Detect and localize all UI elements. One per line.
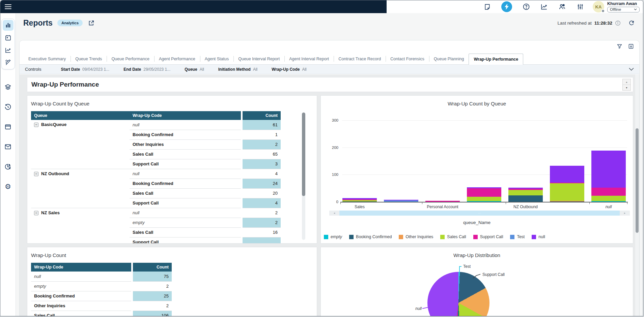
info-icon[interactable] <box>615 20 621 26</box>
queue-group-cell: −NZ Sales <box>31 208 130 243</box>
top-bar: KA Khurram Awan Offline <box>0 0 643 13</box>
tab-executive-summary[interactable]: Executive Summary <box>24 54 71 64</box>
hamburger-menu-icon[interactable] <box>5 4 11 9</box>
filter-icon[interactable] <box>617 43 622 49</box>
sidebar-item-mail[interactable] <box>3 141 13 152</box>
tab-contract-trace-record[interactable]: Contract Trace Record <box>334 54 386 64</box>
count-cell: 16 <box>243 227 281 237</box>
column-header-count[interactable]: Count <box>243 111 281 120</box>
refresh-icon[interactable] <box>628 20 635 26</box>
collapse-icon[interactable]: − <box>34 123 38 127</box>
tab-queue-interval-report[interactable]: Queue Interval Report <box>233 54 284 64</box>
column-header-wrapup-code[interactable]: Wrap-Up Code <box>31 263 131 272</box>
wrapup-code-cell: null <box>130 169 241 179</box>
wrapup-code-cell: null <box>130 120 241 130</box>
avatar[interactable]: KA <box>593 1 604 12</box>
scroll-left-icon[interactable]: ◂ <box>329 211 339 216</box>
column-header-queue[interactable]: Queue <box>31 111 130 120</box>
legend-item-support-call[interactable]: Support Call <box>473 234 503 239</box>
tab-agent-interval-report[interactable]: Agent Interval Report <box>284 54 334 64</box>
wrapup-code-cell: Sales Call <box>130 149 241 159</box>
sidebar-item-reports[interactable] <box>3 20 13 31</box>
tab-agent-status[interactable]: Agent Status <box>200 54 234 64</box>
wrapup-code-cell: Support Call <box>130 198 241 208</box>
sidebar-item-flows[interactable] <box>3 82 13 92</box>
help-icon[interactable] <box>523 3 530 10</box>
scroll-right-icon[interactable]: ▸ <box>620 211 630 216</box>
stacked-bar[interactable] <box>591 151 626 202</box>
stacked-bar[interactable] <box>508 188 543 202</box>
sidebar-item-schedule[interactable] <box>3 32 13 43</box>
tab-queue-trends[interactable]: Queue Trends <box>71 54 107 64</box>
x-axis-label: NZ Outbound <box>497 204 554 209</box>
legend-item-sales-call[interactable]: Sales Call <box>440 234 466 239</box>
sidebar-item-history[interactable] <box>3 101 13 112</box>
filter-queue[interactable]: QueueAll <box>185 67 204 72</box>
legend-item-empty[interactable]: empty <box>324 234 342 239</box>
count-cell: 65 <box>243 149 281 159</box>
user-name: Khurram Awan <box>607 1 640 6</box>
status-dropdown[interactable]: Offline <box>607 7 640 12</box>
filter-end-date[interactable]: End Date29/05/2023 1... <box>123 67 170 72</box>
bar-segment-sales-call[interactable] <box>508 190 543 195</box>
sidebar-item-sessions[interactable] <box>3 161 13 172</box>
legend-item-other-inquiries[interactable]: Other Inquiries <box>399 234 433 239</box>
settings-sliders-icon[interactable] <box>577 3 584 10</box>
dashboard-scrollbar-thumb[interactable] <box>636 128 639 233</box>
bar-segment-support-call[interactable] <box>467 188 501 197</box>
metrics-icon[interactable] <box>540 3 548 10</box>
tab-queue-planning[interactable]: Queue Planning <box>429 54 469 64</box>
wrapup-code-cell: null <box>130 208 241 218</box>
stacked-bar[interactable] <box>550 166 584 202</box>
sidebar-item-metrics[interactable] <box>3 45 13 56</box>
bar-segment-support-call[interactable] <box>591 188 626 196</box>
collapse-icon[interactable]: − <box>34 172 38 176</box>
sheet-scroll-spinner: ▲ ▼ <box>622 79 631 91</box>
bar-segment-null[interactable] <box>550 166 584 183</box>
filter-wrap-up-code[interactable]: Wrap-Up CodeAll <box>272 67 306 72</box>
column-header-wrapup-code[interactable]: Wrap-Up Code <box>130 111 241 120</box>
chart-horizontal-scrollbar: ◂ ⋯ ▸ <box>329 211 630 216</box>
filter-start-date[interactable]: Start Date09/04/2023 1... <box>61 67 109 72</box>
legend-item-null[interactable]: null <box>532 234 545 239</box>
tab-contact-forensics[interactable]: Contact Forensics <box>386 54 429 64</box>
scrollbar-rail[interactable]: ⋯ <box>339 211 620 216</box>
stacked-bar[interactable] <box>467 187 501 202</box>
tab-agent-performance[interactable]: Agent Performance <box>154 54 200 64</box>
sidebar-item-settings[interactable]: ⚙ <box>3 181 13 192</box>
bar-segment-null[interactable] <box>591 151 626 188</box>
bar-segment-booking-confirmed[interactable] <box>508 195 543 202</box>
scroll-up-icon[interactable]: ▲ <box>623 79 631 85</box>
pie-chart[interactable] <box>427 272 489 316</box>
count-cell: 20 <box>243 188 281 198</box>
stacked-bar[interactable] <box>342 198 377 202</box>
agents-icon[interactable] <box>558 3 566 10</box>
export-icon[interactable] <box>628 43 634 49</box>
pivot-table: Queue Wrap-Up Code Count −BasicQueuenull… <box>31 111 281 243</box>
controls-label: Controls <box>25 67 41 72</box>
count-cell: 25 <box>133 291 172 301</box>
legend-item-booking-confirmed[interactable]: Booking Confirmed <box>349 234 392 239</box>
sidebar-item-designer[interactable] <box>3 57 13 68</box>
count-cell: 24 <box>243 179 281 188</box>
tab-queue-performance[interactable]: Queue Performance <box>107 54 154 64</box>
bar-segment-sales-call[interactable] <box>467 197 501 201</box>
collapse-icon[interactable]: − <box>34 211 38 215</box>
open-external-icon[interactable] <box>88 20 94 26</box>
last-refreshed-label: Last refreshed at <box>557 21 591 26</box>
notes-icon[interactable] <box>484 3 491 10</box>
quick-actions-icon[interactable] <box>501 1 512 12</box>
table-scrollbar-thumb[interactable] <box>302 113 305 196</box>
x-axis-tick <box>589 202 590 204</box>
column-header-count[interactable]: Count <box>133 263 172 272</box>
bar-segment-sales-call[interactable] <box>591 196 626 201</box>
bar-segment-sales-call[interactable] <box>550 183 584 201</box>
visual-wrapup-count-by-queue-table: Wrap-Up Count by Queue Queue Wrap-Up Cod… <box>27 95 317 244</box>
legend-item-test[interactable]: Test <box>510 234 525 239</box>
filter-initiation-method[interactable]: Initiation MethodAll <box>218 67 257 72</box>
tab-wrap-up-performance[interactable]: Wrap-Up Performance <box>469 54 523 65</box>
scroll-down-icon[interactable]: ▼ <box>623 85 631 90</box>
controls-collapse-chevron-icon[interactable] <box>629 68 634 71</box>
sidebar-item-windows[interactable] <box>3 121 13 132</box>
table-row: −NZ Salesnull2 <box>31 208 281 218</box>
